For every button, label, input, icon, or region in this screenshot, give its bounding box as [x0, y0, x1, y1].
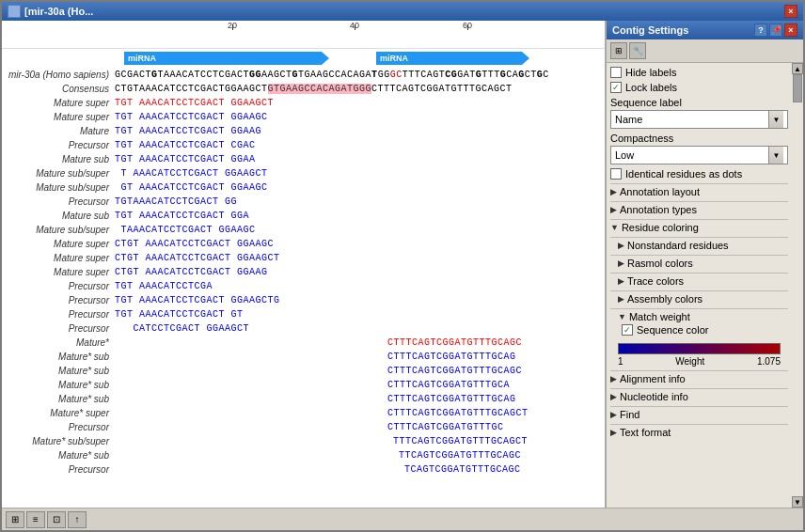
mature-super-5-data: CTGT AAACATCCTCGACT GGAAG: [115, 267, 268, 277]
precursor-5-label: Precursor: [2, 309, 115, 320]
find-header[interactable]: ▶ Find: [610, 406, 788, 422]
precursor-2-row: Precursor TGTAAACATCCTCGACT GG: [2, 195, 605, 209]
scroll-thumb[interactable]: [793, 74, 802, 102]
precursor-7-data: CTTTCAGTCGGATGTTTGC: [115, 422, 504, 432]
rasmol-colors-arrow: ▶: [618, 258, 624, 268]
sequence-container[interactable]: miRNA miRNA mir-30a (Homo sapiens) GCGAC…: [2, 49, 605, 508]
mature-row: Mature TGT AAACATCCTCGACT GGAAG: [2, 124, 605, 138]
settings-content[interactable]: Hide labels ✓ Lock labels Sequence label…: [607, 63, 792, 508]
bottom-btn-1[interactable]: ⊞: [6, 511, 24, 528]
ruler-mark-20: 20: [228, 21, 237, 30]
scroll-up-arrow[interactable]: ▲: [792, 63, 803, 74]
precursor-5-data: TGT AAACATCCTCGACT GT: [115, 309, 244, 320]
annotation-types-header[interactable]: ▶ Annotation types: [610, 201, 788, 217]
text-format-header[interactable]: ▶ Text format: [610, 424, 788, 440]
sequence-color-checkbox[interactable]: ✓: [622, 324, 633, 336]
rasmol-colors-header[interactable]: ▶ Rasmol colors: [610, 255, 788, 271]
residue-coloring-header[interactable]: ▼ Residue coloring: [610, 219, 788, 235]
match-weight-header[interactable]: ▼ Match weight: [610, 308, 788, 324]
settings-close-button[interactable]: ×: [784, 23, 797, 37]
nucleotide-info-header[interactable]: ▶ Nucleotide info: [610, 388, 788, 404]
mature-star-super-label: Mature* super: [2, 408, 115, 418]
identical-residues-row: Identical residues as dots: [610, 168, 788, 180]
compactness-section: Compactness Low ▼: [610, 133, 788, 164]
sequence-color-label: Sequence color: [637, 324, 708, 336]
mature-star-sub-3-row: Mature* sub CTTTCAGTCGGATGTTTGCA: [2, 378, 605, 392]
toolbar-icon-1[interactable]: ⊞: [610, 42, 627, 59]
mirna-arrows-row: miRNA miRNA: [2, 49, 605, 68]
mature-star-red-label: Mature*: [2, 337, 115, 348]
consensus-label: Consensus: [2, 84, 115, 94]
sequence-label-dropdown[interactable]: Name ▼: [610, 110, 788, 129]
hide-labels-checkbox[interactable]: [610, 67, 622, 78]
weight-min: 1: [618, 356, 623, 367]
ruler-mark-60: 60: [463, 21, 472, 30]
lock-labels-row: ✓ Lock labels: [610, 82, 788, 93]
precursor-6-label: Precursor: [2, 323, 115, 334]
mature-super-red-row: Mature super TGT AAACATCCTCGACT GGAAGCT: [2, 96, 605, 110]
lock-labels-label: Lock labels: [625, 82, 677, 93]
mature-star-subsuper-row: Mature* sub/super TTTCAGTCGGATGTTTGCAGCT: [2, 434, 605, 448]
compactness-heading: Compactness: [610, 133, 788, 144]
mature-subsuper-3-row: Mature sub/super TAAACATCCTCGACT GGAAGC: [2, 223, 605, 237]
window-title: [mir-30a (Ho...: [24, 6, 93, 17]
identical-residues-checkbox[interactable]: [610, 168, 622, 180]
mature-subsuper-1-row: Mature sub/super T AAACATCCTCGACT GGAAGC…: [2, 166, 605, 180]
mature-star-sub-1-data: CTTTCAGTCGGATGTTTGCAG: [115, 352, 516, 362]
scroll-down-arrow[interactable]: ▼: [792, 496, 803, 508]
mature-sub-1-row: Mature sub TGT AAACATCCTCGACT GGAA: [2, 152, 605, 166]
precursor-1-row: Precursor TGT AAACATCCTCGACT CGAC: [2, 138, 605, 152]
nonstandard-residues-header[interactable]: ▶ Nonstandard residues: [610, 237, 788, 253]
scroll-track[interactable]: [792, 74, 803, 496]
mature-subsuper-2-label: Mature sub/super: [2, 182, 115, 193]
color-gradient-container: 1 Weight 1.075: [610, 339, 788, 368]
window-close-button[interactable]: ×: [784, 5, 797, 18]
mature-subsuper-2-row: Mature sub/super GT AAACATCCTCGACT GGAAG…: [2, 180, 605, 195]
toolbar-icon-2[interactable]: 🔧: [629, 42, 646, 59]
mature-star-sub-2-row: Mature* sub CTTTCAGTCGGATGTTTGCAGC: [2, 364, 605, 378]
reference-seq-data: GCGACTGTAAACATCCTCGACTGGAAGCTGTGAAGCCACA…: [115, 70, 549, 80]
alignment-info-label: Alignment info: [620, 373, 686, 384]
sequence-label-dropdown-arrow[interactable]: ▼: [768, 111, 783, 128]
mature-sub-1-label: Mature sub: [2, 154, 115, 164]
precursor-2-data: TGTAAACATCCTCGACT GG: [115, 196, 237, 207]
mature-super-5-row: Mature super CTGT AAACATCCTCGACT GGAAG: [2, 265, 605, 279]
settings-title-buttons: ? 📌 ×: [754, 23, 797, 37]
lock-labels-checkbox[interactable]: ✓: [610, 82, 622, 93]
precursor-8-data: TCAGTCGGATGTTTGCAGC: [115, 464, 521, 475]
mature-star-sub-2-label: Mature* sub: [2, 366, 115, 376]
nonstandard-residues-label: Nonstandard residues: [627, 240, 729, 251]
mature-star-sub-1-row: Mature* sub CTTTCAGTCGGATGTTTGCAG: [2, 350, 605, 364]
trace-colors-label: Trace colors: [627, 275, 684, 287]
alignment-info-header[interactable]: ▶ Alignment info: [610, 370, 788, 386]
main-window: [mir-30a (Ho... × 20 40 60 miRNA: [0, 0, 805, 532]
mirna-arrows: miRNA miRNA: [115, 49, 605, 68]
settings-toolbar: ⊞ 🔧: [607, 39, 803, 63]
precursor-6-row: Precursor CATCCTCGACT GGAAGCT: [2, 321, 605, 336]
annotation-layout-header[interactable]: ▶ Annotation layout: [610, 183, 788, 199]
mature-star-sub-5-label: Mature* sub: [2, 450, 115, 461]
trace-colors-header[interactable]: ▶ Trace colors: [610, 273, 788, 289]
consensus-data: CTGTAAACATCCTCGACTGGAAGCTGTGAAGCCACAGATG…: [115, 84, 513, 94]
weight-label: Weight: [675, 356, 704, 367]
assembly-colors-arrow: ▶: [618, 294, 624, 304]
mature-star-sub-1-label: Mature* sub: [2, 352, 115, 362]
compactness-dropdown-row: Low ▼: [610, 146, 788, 164]
mature-star-sub-2-data: CTTTCAGTCGGATGTTTGCAGC: [115, 366, 522, 376]
bottom-btn-4[interactable]: ↑: [68, 511, 87, 528]
color-gradient-bar: [618, 343, 781, 354]
settings-title-bar: Contig Settings ? 📌 ×: [607, 21, 803, 39]
alignment-info-arrow: ▶: [610, 374, 617, 383]
annotation-types-label: Annotation types: [620, 204, 697, 215]
compactness-dropdown-arrow[interactable]: ▼: [768, 147, 783, 164]
annotation-layout-arrow: ▶: [610, 187, 617, 196]
residue-coloring-arrow: ▼: [610, 223, 619, 232]
settings-scrollbar[interactable]: ▲ ▼: [792, 63, 803, 508]
settings-pin-button[interactable]: 📌: [769, 23, 782, 37]
bottom-btn-2[interactable]: ≡: [26, 511, 45, 528]
bottom-btn-3[interactable]: ⊡: [47, 511, 66, 528]
settings-help-button[interactable]: ?: [754, 23, 767, 37]
assembly-colors-header[interactable]: ▶ Assembly colors: [610, 290, 788, 306]
compactness-dropdown[interactable]: Low ▼: [610, 146, 788, 164]
mature-subsuper-3-label: Mature sub/super: [2, 225, 115, 235]
